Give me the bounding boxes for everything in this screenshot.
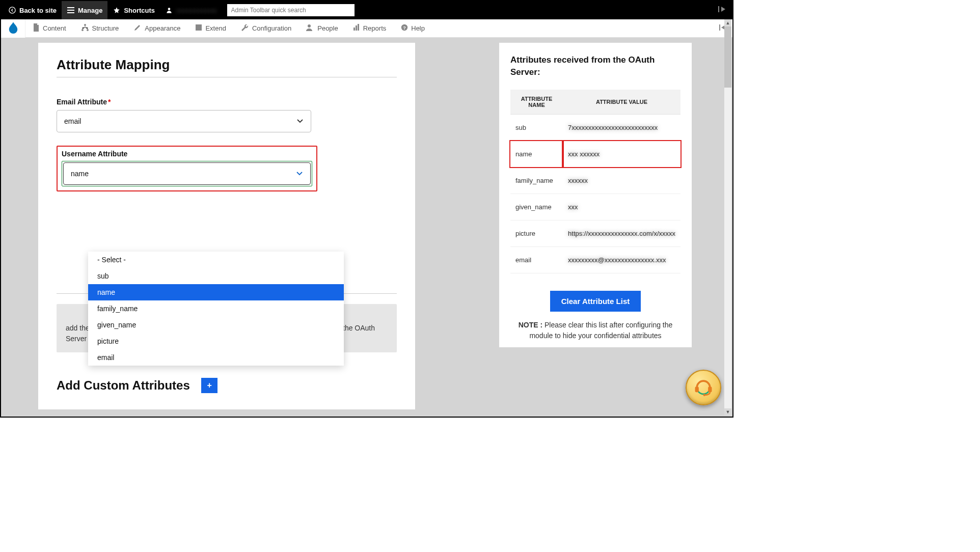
dropdown-option[interactable]: name [88,284,344,300]
table-row: picturehttps://xxxxxxxxxxxxxxx.com/x/xxx… [510,220,680,246]
table-row: emailxxxxxxxxx@xxxxxxxxxxxxxxx.xxx [510,246,680,273]
help-icon: ? [401,24,408,33]
admin-search-input[interactable] [227,4,355,16]
dropdown-option[interactable]: given_name [88,317,344,333]
chevron-down-icon [296,117,304,126]
wrench-icon [241,23,249,33]
username-attribute-label: Username Attribute [62,150,312,158]
svg-point-4 [168,8,171,10]
svg-rect-19 [708,387,712,392]
title-divider [57,77,397,77]
barchart-icon [353,24,360,33]
scroll-down-button[interactable]: ▼ [724,408,731,416]
svg-rect-5 [718,6,719,12]
nav-reports[interactable]: Reports [346,19,394,38]
nav-configuration[interactable]: Configuration [234,19,299,38]
main-content-area: Attribute Mapping Email Attribute* email… [1,38,732,417]
clear-attribute-list-button[interactable]: Clear Attribute List [550,291,641,312]
user-icon [165,6,173,14]
attributes-received-title: Attributes received from the OAuth Serve… [510,54,680,78]
attributes-table: ATTRIBUTE NAME ATTRIBUTE VALUE sub7xxxxx… [510,90,680,273]
manage-button[interactable]: Manage [62,1,107,19]
nav-help[interactable]: ?Help [394,19,432,38]
people-icon [306,24,314,33]
attr-value-cell: xxx [563,194,680,220]
drupal-logo-icon[interactable] [1,19,25,38]
username-attribute-select[interactable]: name [63,162,311,185]
table-row: namexxx xxxxxx [510,141,680,167]
support-chat-bubble[interactable] [686,370,721,405]
note-bold: NOTE : [519,321,542,329]
dropdown-option[interactable]: email [88,349,344,366]
admin-search-wrap [227,4,355,16]
scroll-up-button[interactable]: ▲ [724,19,731,26]
attr-name-cell: sub [510,114,563,141]
svg-point-10 [308,24,311,27]
svg-point-0 [9,7,15,13]
username-attribute-value: name [71,170,89,178]
svg-point-6 [84,24,86,26]
add-custom-attributes-row: Add Custom Attributes + [57,378,397,393]
nav-extend[interactable]: Extend [188,19,233,38]
attributes-note: NOTE : Please clear this list after conf… [510,320,680,341]
page-title: Attribute Mapping [57,57,397,73]
attr-value-cell: xxxxxx [563,167,680,194]
svg-rect-13 [358,24,359,31]
user-menu-button[interactable]: xxxxxxxxxxx [160,1,222,19]
table-row: sub7xxxxxxxxxxxxxxxxxxxxxxxxxx [510,114,680,141]
chevron-left-circle-icon [8,6,16,14]
toolbar-collapse-icon[interactable] [714,6,730,15]
chevron-down-icon [296,169,303,178]
attributes-received-panel: Attributes received from the OAuth Serve… [499,43,692,347]
dropdown-option[interactable]: - Select - [88,252,344,268]
username-attribute-highlight: Username Attribute name [57,146,317,191]
dropdown-option[interactable]: picture [88,333,344,349]
svg-rect-9 [196,24,202,31]
table-row: family_namexxxxxx [510,167,680,194]
email-attribute-select[interactable]: email [57,110,311,132]
file-icon [33,23,40,33]
svg-rect-11 [353,27,355,31]
dropdown-option[interactable]: sub [88,268,344,284]
username-attribute-dropdown: - Select -subnamefamily_namegiven_namepi… [88,252,344,366]
back-to-site-label: Back to site [19,7,57,14]
shortcuts-button[interactable]: Shortcuts [107,1,160,19]
svg-point-20 [703,394,706,396]
hamburger-icon [67,6,75,14]
attr-name-cell: family_name [510,167,563,194]
attr-name-cell: picture [510,220,563,246]
nav-structure[interactable]: Structure [74,19,127,38]
svg-rect-2 [67,10,74,11]
email-attribute-label: Email Attribute* [57,98,397,106]
svg-point-7 [81,29,84,31]
svg-rect-16 [719,24,720,31]
shortcuts-label: Shortcuts [124,7,155,14]
required-asterisk: * [108,98,111,106]
svg-rect-12 [356,25,357,31]
svg-text:?: ? [403,25,406,31]
add-custom-attribute-button[interactable]: + [201,378,217,393]
attr-value-cell: xxxxxxxxx@xxxxxxxxxxxxxxx.xxx [563,246,680,273]
back-to-site-button[interactable]: Back to site [3,1,62,19]
nav-content[interactable]: Content [25,19,74,38]
add-custom-attributes-title: Add Custom Attributes [57,378,190,393]
attr-value-cell: 7xxxxxxxxxxxxxxxxxxxxxxxxxx [563,114,680,141]
vertical-scrollbar[interactable]: ▲ ▼ [724,19,731,416]
attr-value-cell: https://xxxxxxxxxxxxxxx.com/x/xxxxx [563,220,680,246]
table-row: given_namexxx [510,194,680,220]
star-icon [113,6,121,14]
admin-toolbar-secondary: Content Structure Appearance Extend Conf… [1,19,732,38]
email-attribute-value: email [64,117,81,125]
scrollbar-thumb[interactable] [724,26,731,88]
paintbrush-icon [133,23,142,33]
nav-appearance[interactable]: Appearance [126,19,188,38]
svg-point-8 [87,29,89,31]
puzzle-icon [195,24,202,33]
username-select-focus-ring: name [62,161,312,186]
username-label: xxxxxxxxxxx [176,7,217,14]
attr-value-cell: xxx xxxxxx [563,141,680,167]
svg-rect-3 [67,12,74,13]
dropdown-option[interactable]: family_name [88,300,344,317]
nav-people[interactable]: People [299,19,345,38]
admin-blackbar: Back to site Manage Shortcuts xxxxxxxxxx… [1,1,732,19]
